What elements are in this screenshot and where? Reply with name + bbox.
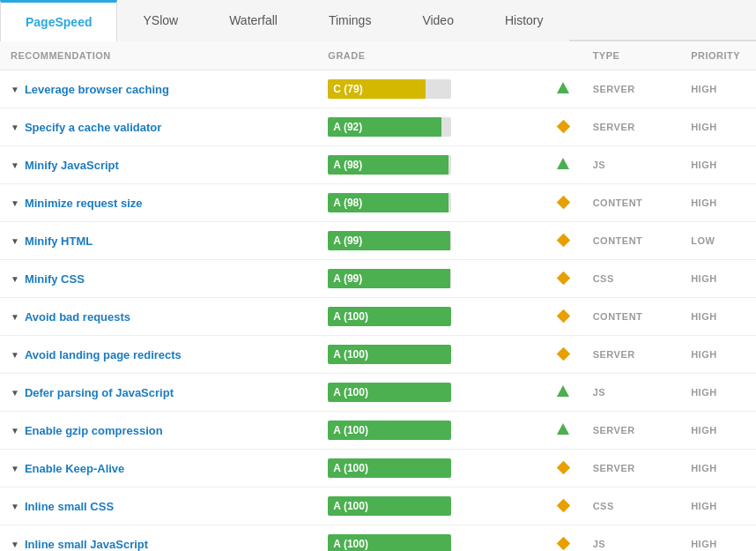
grade-cell: A (100) — [317, 525, 544, 552]
recommendation-link[interactable]: Enable Keep-Alive — [25, 462, 124, 475]
arrow-up-icon — [557, 82, 569, 93]
recommendation-link[interactable]: Enable gzip compression — [25, 424, 163, 437]
col-header-icon-spacer — [545, 41, 582, 71]
recommendation-link[interactable]: Minify JavaScript — [25, 159, 119, 172]
recommendation-cell: ▼ Minify CSS — [0, 260, 317, 298]
recommendation-link[interactable]: Avoid landing page redirects — [25, 348, 182, 361]
tab-waterfall[interactable]: Waterfall — [204, 0, 303, 41]
table-row: ▼ Defer parsing of JavaScript A (100) JS… — [0, 374, 756, 412]
grade-bar-fill: A (100) — [328, 496, 451, 516]
grade-cell: A (100) — [317, 374, 544, 412]
grade-bar-fill: A (92) — [328, 117, 441, 137]
recommendation-cell: ▼ Enable gzip compression — [0, 412, 317, 450]
recommendation-cell: ▼ Minify JavaScript — [0, 146, 317, 184]
recommendation-cell: ▼ Inline small JavaScript — [0, 525, 317, 552]
grade-label: A (92) — [333, 121, 362, 133]
grade-label: A (99) — [333, 235, 362, 247]
recommendation-link[interactable]: Defer parsing of JavaScript — [25, 386, 174, 399]
type-cell: SERVER — [582, 108, 681, 146]
grade-cell: A (100) — [317, 298, 544, 336]
chevron-icon[interactable]: ▼ — [11, 123, 19, 132]
table-row: ▼ Enable gzip compression A (100) SERVER… — [0, 412, 756, 450]
icon-cell — [545, 412, 582, 450]
grade-label: A (99) — [333, 272, 362, 285]
icon-cell — [545, 146, 582, 184]
recommendation-link[interactable]: Leverage browser caching — [25, 83, 169, 96]
grade-cell: C (79) — [317, 71, 544, 108]
tab-pagespeed[interactable]: PageSpeed — [0, 0, 117, 41]
chevron-icon[interactable]: ▼ — [11, 502, 19, 511]
grade-cell: A (99) — [317, 222, 544, 260]
chevron-icon[interactable]: ▼ — [11, 426, 19, 436]
chevron-icon[interactable]: ▼ — [11, 274, 19, 284]
recommendation-link[interactable]: Minify HTML — [25, 235, 93, 248]
grade-label: A (98) — [333, 159, 362, 171]
chevron-icon[interactable]: ▼ — [11, 85, 19, 94]
arrow-up-icon — [557, 385, 569, 397]
grade-bar-wrapper: A (99) — [328, 231, 451, 250]
priority-cell: HIGH — [680, 71, 756, 108]
type-cell: JS — [582, 374, 681, 412]
recommendation-cell: ▼ Minify HTML — [0, 222, 317, 260]
recommendation-link[interactable]: Minify CSS — [25, 272, 85, 286]
tab-video[interactable]: Video — [397, 0, 479, 41]
recommendation-link[interactable]: Inline small JavaScript — [25, 538, 148, 551]
recommendation-link[interactable]: Minimize request size — [25, 197, 143, 210]
chevron-icon[interactable]: ▼ — [11, 236, 19, 246]
grade-bar-wrapper: A (100) — [328, 496, 451, 516]
grade-bar-fill: A (100) — [328, 345, 451, 364]
icon-cell — [545, 298, 582, 336]
type-cell: SERVER — [582, 450, 681, 488]
grade-bar-wrapper: A (100) — [328, 458, 451, 478]
grade-cell: A (98) — [317, 146, 544, 184]
chevron-icon[interactable]: ▼ — [11, 540, 19, 549]
type-cell: JS — [582, 146, 681, 184]
icon-cell — [545, 108, 582, 146]
recommendation-cell: ▼ Inline small CSS — [0, 488, 317, 525]
tab-timings[interactable]: Timings — [303, 0, 397, 41]
priority-cell: HIGH — [680, 146, 756, 184]
diamond-icon — [556, 498, 570, 512]
chevron-icon[interactable]: ▼ — [11, 464, 19, 473]
recommendation-cell: ▼ Minimize request size — [0, 184, 317, 222]
icon-cell — [545, 222, 582, 260]
priority-cell: HIGH — [680, 260, 756, 298]
diamond-icon — [556, 195, 570, 209]
chevron-icon[interactable]: ▼ — [11, 312, 19, 322]
icon-cell — [545, 488, 582, 525]
arrow-up-icon — [557, 158, 569, 169]
chevron-icon[interactable]: ▼ — [11, 198, 19, 208]
priority-cell: HIGH — [680, 374, 756, 412]
grade-bar-fill: C (79) — [328, 79, 426, 99]
grade-label: A (100) — [333, 462, 368, 474]
grade-label: A (100) — [333, 424, 368, 436]
grade-bar-wrapper: A (98) — [328, 155, 451, 175]
col-header-priority: PRIORITY — [680, 41, 756, 71]
priority-cell: HIGH — [680, 108, 756, 146]
priority-cell: HIGH — [680, 488, 756, 525]
chevron-icon[interactable]: ▼ — [11, 388, 19, 398]
grade-label: A (100) — [333, 538, 368, 550]
table-row: ▼ Avoid bad requests A (100) CONTENT HIG… — [0, 298, 756, 336]
table-row: ▼ Inline small JavaScript A (100) JS HIG… — [0, 525, 756, 552]
chevron-icon[interactable]: ▼ — [11, 160, 19, 170]
diamond-icon — [556, 346, 570, 361]
chevron-icon[interactable]: ▼ — [11, 350, 19, 360]
table-row: ▼ Enable Keep-Alive A (100) SERVER HIGH — [0, 450, 756, 488]
grade-cell: A (92) — [317, 108, 544, 146]
tab-history[interactable]: History — [479, 0, 569, 41]
recommendation-link[interactable]: Inline small CSS — [25, 500, 114, 513]
grade-cell: A (100) — [317, 412, 544, 450]
recommendation-cell: ▼ Avoid landing page redirects — [0, 336, 317, 374]
col-header-recommendation: RECOMMENDATION — [0, 41, 317, 71]
recommendation-link[interactable]: Specify a cache validator — [25, 121, 161, 134]
grade-cell: A (100) — [317, 336, 544, 374]
priority-cell: HIGH — [680, 336, 756, 374]
tab-yslow[interactable]: YSlow — [117, 0, 204, 41]
diamond-icon — [556, 460, 570, 474]
col-header-type: TYPE — [582, 41, 681, 71]
type-cell: CONTENT — [582, 184, 681, 222]
recommendation-link[interactable]: Avoid bad requests — [25, 310, 130, 324]
priority-cell: HIGH — [680, 298, 756, 336]
grade-bar-wrapper: A (100) — [328, 383, 451, 402]
